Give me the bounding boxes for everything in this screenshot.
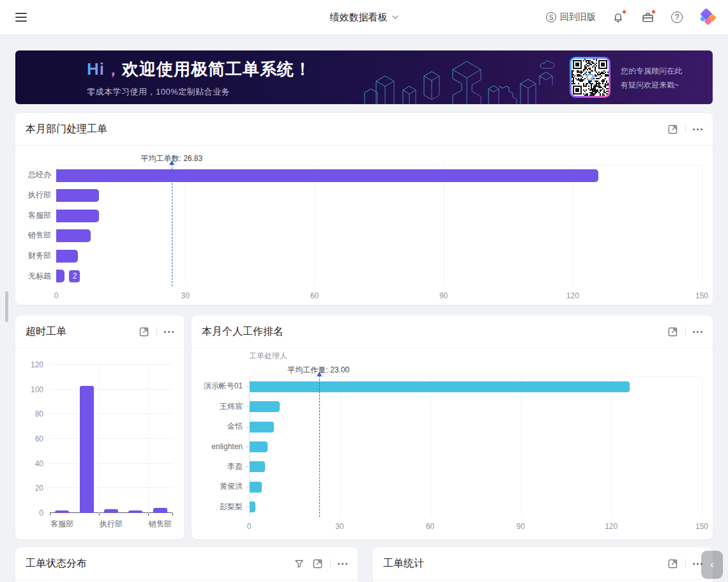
bar[interactable]	[56, 270, 64, 282]
bar[interactable]	[250, 441, 268, 452]
dashboard-content: Hi，欢迎使用极简工单系统！ 零成本学习使用，100%定制贴合业务 您的专属顾问…	[0, 35, 728, 582]
bar[interactable]	[128, 510, 142, 513]
chart-plot	[249, 376, 702, 517]
bar-row	[250, 417, 702, 437]
card-dept-orders: 本月部门处理工单 平均工单数: 26.83总经办执行部客服部销售部财务部无标题2…	[15, 113, 713, 305]
divider	[685, 327, 686, 336]
bar[interactable]	[56, 210, 99, 222]
bar-row	[250, 397, 702, 417]
axis-tick-label: 0	[54, 291, 59, 300]
bar[interactable]	[56, 169, 598, 182]
category-label: 李盈	[227, 461, 243, 472]
back-to-old-version-button[interactable]: S 回到旧版	[546, 11, 596, 23]
bar[interactable]	[250, 461, 265, 472]
axis-tick-label: 0	[247, 522, 252, 531]
bar-value-badge: 2	[69, 270, 80, 282]
card-title: 工单状态分布	[26, 557, 87, 571]
bar[interactable]	[250, 381, 630, 392]
divider	[156, 327, 157, 336]
version-switch-icon: S	[546, 12, 556, 22]
chart-annotation-area: 平均工单数: 26.83	[26, 148, 702, 165]
top-navbar: 绩效数据看板 S 回到旧版 ?	[0, 0, 728, 35]
card-status-distribution: 工单状态分布	[15, 548, 358, 582]
category-label: 执行部	[99, 519, 123, 532]
welcome-banner: Hi，欢迎使用极简工单系统！ 零成本学习使用，100%定制贴合业务 您的专属顾问…	[15, 50, 713, 104]
bar-row	[56, 165, 702, 186]
qr-code	[570, 57, 610, 98]
category-axis: 总经办执行部客服部销售部财务部无标题	[26, 165, 56, 286]
banner-illustration	[363, 50, 574, 104]
axis-tick-label: 60	[310, 291, 319, 300]
bar-row	[250, 457, 702, 477]
bar[interactable]	[250, 482, 262, 493]
bar[interactable]	[56, 250, 78, 263]
value-axis: 0306090120150	[249, 517, 702, 533]
bar[interactable]	[55, 510, 69, 513]
axis-tick-label: 30	[181, 291, 190, 300]
gridline	[702, 165, 702, 286]
more-actions-icon[interactable]	[338, 560, 347, 567]
sidebar-collapse-handle[interactable]: ‹	[701, 551, 723, 579]
category-label: 客服部	[50, 519, 74, 532]
axis-tick-label: 120	[566, 291, 579, 300]
axis-tick-label: 80	[35, 410, 43, 418]
app-logo-icon[interactable]	[699, 9, 717, 26]
axis-tick-label: 150	[695, 522, 708, 531]
category-axis: 演示帐号01王炜宸金恬enlighten李盈黄俊洪彭梨梨	[202, 376, 249, 517]
expand-icon[interactable]	[667, 558, 678, 569]
axis-tick-label: 30	[335, 522, 344, 531]
bar[interactable]	[104, 509, 118, 513]
expand-icon[interactable]	[312, 558, 323, 569]
qr-caption: 您的专属顾问在此 有疑问欢迎来戳~	[621, 64, 682, 92]
banner-title: Hi，欢迎使用极简工单系统！	[87, 58, 312, 80]
bar[interactable]	[56, 229, 91, 242]
workbench-badge	[651, 10, 656, 14]
category-label: 财务部	[28, 250, 51, 261]
notification-badge	[622, 10, 626, 14]
category-label: 销售部	[28, 230, 51, 241]
help-icon[interactable]: ?	[670, 10, 684, 24]
personal-ranking-chart: 工单处理人平均工作量: 23.00演示帐号01王炜宸金恬enlighten李盈黄…	[192, 348, 713, 539]
category-label: 黄俊洪	[220, 481, 243, 492]
bar-slot	[50, 365, 74, 513]
bar[interactable]	[153, 508, 167, 513]
filter-icon[interactable]	[293, 558, 305, 569]
notification-bell-icon[interactable]	[611, 10, 625, 24]
overtime-orders-chart: 020406080100120客服部执行部销售部	[15, 348, 184, 539]
bar-row: 2	[56, 266, 702, 287]
bar[interactable]	[56, 189, 99, 202]
axis-tick-label: 90	[517, 522, 525, 531]
axis-tick-label: 120	[31, 360, 43, 369]
more-actions-icon[interactable]	[164, 328, 174, 335]
bar[interactable]	[250, 422, 274, 433]
menu-icon[interactable]	[15, 13, 27, 22]
category-label: 销售部	[148, 519, 172, 532]
workbench-icon[interactable]	[641, 10, 655, 24]
card-overtime-orders: 超时工单 020406080100120客服部执行部销售部	[15, 316, 184, 539]
bar-row	[250, 477, 702, 496]
bar-row	[250, 377, 702, 397]
dashboard-title-dropdown[interactable]: 绩效数据看板	[330, 11, 398, 24]
gridline	[702, 377, 702, 517]
bar-row	[56, 206, 702, 226]
axis-tick-label: 120	[605, 522, 618, 531]
expand-icon[interactable]	[138, 326, 149, 337]
divider	[685, 559, 686, 568]
bar[interactable]	[80, 386, 94, 513]
category-label: 执行部	[28, 190, 51, 201]
expand-icon[interactable]	[667, 123, 678, 135]
page-title: 绩效数据看板	[330, 11, 388, 24]
bar-slot	[74, 365, 98, 513]
scrollbar-thumb[interactable]	[5, 291, 8, 322]
bar-slot	[99, 365, 123, 513]
category-label: 王炜宸	[220, 401, 243, 412]
expand-icon[interactable]	[667, 326, 678, 337]
bar[interactable]	[250, 502, 255, 512]
bar[interactable]	[250, 401, 280, 412]
more-actions-icon[interactable]	[693, 328, 702, 335]
category-label: 演示帐号01	[204, 381, 243, 392]
more-actions-icon[interactable]	[693, 126, 702, 133]
mean-line-arrow	[317, 372, 322, 376]
axis-tick	[148, 513, 149, 516]
bar-row	[56, 226, 702, 247]
